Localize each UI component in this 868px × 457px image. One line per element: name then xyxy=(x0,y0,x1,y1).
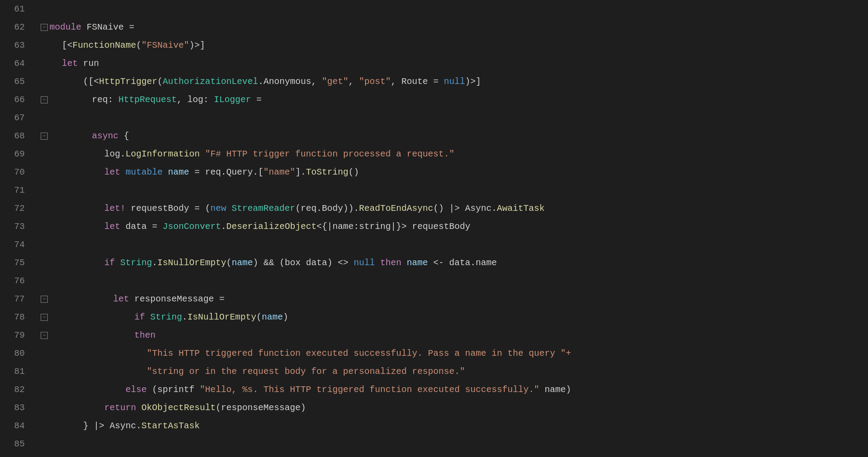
code-line: "This HTTP triggered function executed s… xyxy=(41,344,868,362)
token-fn: IsNullOrEmpty xyxy=(157,254,226,272)
line-number: 75 xyxy=(4,254,25,272)
token-str: "This HTTP triggered function executed s… xyxy=(147,344,571,362)
token-plain xyxy=(49,308,134,326)
token-str: "string or in the request body for a per… xyxy=(147,362,465,381)
token-kw2: else xyxy=(126,381,152,399)
token-fn: HttpTrigger xyxy=(99,72,157,91)
empty-line xyxy=(41,181,46,199)
token-kw2: let! xyxy=(104,199,126,217)
fold-indicator[interactable]: − xyxy=(41,314,48,321)
line-numbers: 6162636465666768697071727374757677787980… xyxy=(0,0,32,457)
line-number: 76 xyxy=(4,272,25,290)
line-number: 66 xyxy=(4,91,25,109)
line-number: 65 xyxy=(4,72,25,91)
token-plain xyxy=(49,127,92,145)
token-plain: ) xyxy=(283,308,288,326)
token-plain: [< xyxy=(41,36,72,54)
token-param: name xyxy=(168,163,189,181)
token-type: ILogger xyxy=(214,91,251,109)
code-line: − req: HttpRequest, log: ILogger = xyxy=(41,91,868,109)
line-number: 68 xyxy=(4,127,25,145)
code-line: − if String.IsNullOrEmpty(name) xyxy=(41,308,868,326)
code-line: let run xyxy=(41,54,868,72)
token-str: "FSNaive" xyxy=(141,36,189,54)
token-plain xyxy=(41,199,104,217)
token-plain: ( xyxy=(136,36,141,54)
token-fn: FunctionName xyxy=(72,36,136,54)
line-number: 70 xyxy=(4,163,25,181)
fold-indicator[interactable]: − xyxy=(41,133,48,140)
token-type: JsonConvert xyxy=(163,217,221,236)
token-kw: new xyxy=(210,199,232,217)
token-plain: ( xyxy=(256,308,262,326)
token-fn: ReadToEndAsync xyxy=(359,199,433,217)
token-plain: (req.Body)). xyxy=(295,199,359,217)
fold-indicator[interactable]: − xyxy=(41,96,48,103)
line-number: 71 xyxy=(4,181,25,199)
token-kw2: if xyxy=(134,308,150,326)
token-plain xyxy=(41,381,126,399)
token-kw2: let xyxy=(104,163,126,181)
token-plain: )>] xyxy=(465,72,481,91)
code-line xyxy=(41,435,868,453)
token-plain: . xyxy=(152,254,157,272)
code-line: "string or in the request body for a per… xyxy=(41,362,868,381)
token-kw: null xyxy=(444,72,465,91)
token-param: name xyxy=(262,308,283,326)
token-plain xyxy=(41,344,147,362)
fold-indicator[interactable]: − xyxy=(41,296,48,303)
token-str: "F# HTTP trigger function processed a re… xyxy=(205,145,454,163)
token-kw2: return xyxy=(104,399,141,417)
token-kw2: let xyxy=(104,217,126,236)
fold-indicator[interactable]: − xyxy=(41,24,48,31)
token-plain xyxy=(41,163,104,181)
token-fn: IsNullOrEmpty xyxy=(187,308,256,326)
token-type: String xyxy=(120,254,152,272)
token-plain: <- data.name xyxy=(428,254,497,272)
token-str: "post" xyxy=(359,72,391,91)
empty-line xyxy=(41,0,46,18)
line-number: 73 xyxy=(4,217,25,236)
token-plain: name) xyxy=(539,381,571,399)
token-plain: FSNaive = xyxy=(87,18,134,36)
token-plain: run xyxy=(83,54,99,72)
token-plain: (responseMessage) xyxy=(216,399,306,417)
token-kw2: module xyxy=(49,18,87,36)
empty-line xyxy=(41,236,46,254)
token-kw2: if xyxy=(104,254,120,272)
code-line: else (sprintf "Hello, %s. This HTTP trig… xyxy=(41,381,868,399)
code-line: let data = JsonConvert.DeserializeObject… xyxy=(41,217,868,236)
fold-indicator[interactable]: − xyxy=(41,332,48,339)
token-plain xyxy=(49,326,134,344)
code-area[interactable]: −module FSNaive = [<FunctionName("FSNaiv… xyxy=(32,0,868,457)
token-type: StreamReader xyxy=(232,199,295,217)
token-fn: AwaitTask xyxy=(497,199,544,217)
line-number: 78 xyxy=(4,308,25,326)
token-str: "get" xyxy=(322,72,348,91)
token-plain: (sprintf xyxy=(152,381,200,399)
token-plain: requestBody = ( xyxy=(126,199,210,217)
token-plain: . xyxy=(221,217,226,236)
code-line: − then xyxy=(41,326,868,344)
token-plain xyxy=(41,217,104,236)
token-kw: mutable xyxy=(126,163,168,181)
token-type: AuthorizationLevel xyxy=(163,72,258,91)
token-fn: DeserializeObject xyxy=(226,217,316,236)
token-plain: = xyxy=(251,91,262,109)
code-line: ([<HttpTrigger(AuthorizationLevel.Anonym… xyxy=(41,72,868,91)
token-str: "name" xyxy=(263,163,295,181)
code-line xyxy=(41,236,868,254)
token-plain xyxy=(49,290,113,308)
token-plain: () xyxy=(348,163,359,181)
line-number: 61 xyxy=(4,0,25,18)
line-number: 74 xyxy=(4,236,25,254)
token-plain xyxy=(200,145,205,163)
line-number: 81 xyxy=(4,362,25,381)
token-plain xyxy=(41,399,104,417)
token-plain: () |> Async. xyxy=(433,199,497,217)
line-number: 63 xyxy=(4,36,25,54)
token-kw2: then xyxy=(134,326,156,344)
code-line: if String.IsNullOrEmpty(name) && (box da… xyxy=(41,254,868,272)
token-plain: } |> Async. xyxy=(41,417,141,435)
code-editor: 6162636465666768697071727374757677787980… xyxy=(0,0,868,457)
